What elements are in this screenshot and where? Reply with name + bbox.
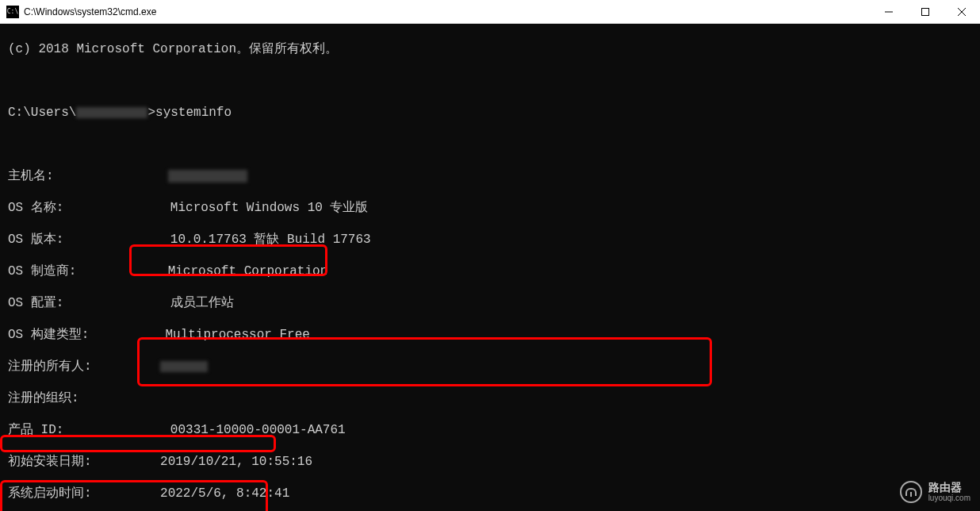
registered-org-row: 注册的组织: [8,390,972,406]
close-button[interactable] [944,0,980,24]
os-manufacturer-row: OS 制造商: Microsoft Corporation [8,263,972,279]
watermark-url: luyouqi.com [928,494,970,502]
window-titlebar: C:\ C:\Windows\system32\cmd.exe [0,0,980,24]
registered-owner-row: 注册的所有人: [8,359,972,375]
boot-time-row: 系统启动时间: 2022/5/6, 8:42:41 [8,486,972,501]
minimize-button[interactable] [871,0,907,24]
os-build-type-row: OS 构建类型: Multiprocessor Free [8,327,972,343]
copyright-line: (c) 2018 Microsoft Corporation。保留所有权利。 [8,41,972,57]
install-date-row: 初始安装日期: 2019/10/21, 10:55:16 [8,454,972,470]
product-id-row: 产品 ID: 00331-10000-00001-AA761 [8,422,972,438]
blank-line [8,136,972,152]
watermark: 路由器 luyouqi.com [900,481,970,503]
watermark-title: 路由器 [928,482,970,494]
terminal-output[interactable]: (c) 2018 Microsoft Corporation。保留所有权利。 C… [0,24,980,511]
svg-rect-1 [922,9,929,16]
maximize-button[interactable] [907,0,944,24]
router-icon [900,481,922,503]
window-controls [871,0,980,24]
prompt-line: C:\Users\>systeminfo [8,105,972,121]
blank-line [8,73,972,89]
os-version-row: OS 版本: 10.0.17763 暂缺 Build 17763 [8,232,972,248]
os-config-row: OS 配置: 成员工作站 [8,295,972,311]
cmd-icon: C:\ [6,6,19,18]
host-name-row: 主机名: [8,168,972,184]
window-title: C:\Windows\system32\cmd.exe [24,6,156,17]
os-name-row: OS 名称: Microsoft Windows 10 专业版 [8,200,972,216]
